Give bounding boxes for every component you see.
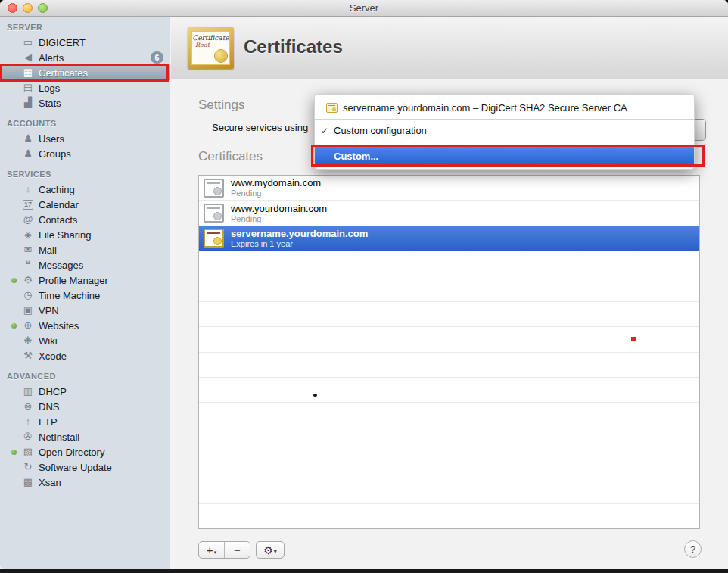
certificate-mini-icon xyxy=(204,179,224,198)
sidebar-section-label: SERVICES xyxy=(7,169,170,180)
sidebar-item-label: DHCP xyxy=(39,386,67,397)
globe-icon: ⊕ xyxy=(21,319,35,332)
sidebar: SERVER▭DIGICERT◀Alerts6▦Certificates▤Log… xyxy=(0,17,170,569)
sidebar-item-users[interactable]: ♟Users xyxy=(0,131,170,146)
sidebar-item-wiki[interactable]: ❋Wiki xyxy=(0,333,170,348)
sidebar-item-logs[interactable]: ▤Logs xyxy=(0,80,170,95)
sidebar-item-label: Mail xyxy=(39,244,57,256)
sidebar-item-xsan[interactable]: ▩Xsan xyxy=(0,475,170,490)
sidebar-item-open-directory[interactable]: ▧Open Directory xyxy=(0,444,170,459)
sidebar-item-certificates[interactable]: ▦Certificates xyxy=(0,65,170,80)
empty-row xyxy=(199,378,699,403)
certificate-status: Pending xyxy=(231,214,327,224)
empty-row xyxy=(199,403,699,428)
menu-item-servername-yourdomain-com-digicert-sha2-secure-server-ca[interactable]: servername.yourdomain.com – DigiCert SHA… xyxy=(315,96,694,119)
sidebar-item-label: Contacts xyxy=(39,214,77,226)
netinstall-icon: ✇ xyxy=(21,430,35,444)
page-title: Certificates xyxy=(244,36,343,58)
certificate-row-servername-yourdomain-com[interactable]: servername.yourdomain.comExpires in 1 ye… xyxy=(199,226,699,251)
certificate-icon: ▦ xyxy=(21,66,35,79)
secure-services-popup-button[interactable] xyxy=(693,119,706,141)
certificate-mini-icon xyxy=(204,229,224,248)
sidebar-section-server: SERVER▭DIGICERT◀Alerts6▦Certificates▤Log… xyxy=(0,22,170,111)
service-running-dot xyxy=(11,450,17,455)
download-box-icon: ↓ xyxy=(21,182,35,196)
sidebar-item-stats[interactable]: ▟Stats xyxy=(0,95,170,111)
help-button[interactable]: ? xyxy=(684,540,702,558)
sidebar-item-xcode[interactable]: ⚒Xcode xyxy=(0,348,170,363)
certificate-row-www-mydomain-com[interactable]: www.mydomain.comPending xyxy=(199,176,699,201)
black-marker-dot xyxy=(313,394,317,397)
sidebar-item-label: Wiki xyxy=(39,335,58,347)
sidebar-item-label: Time Machine xyxy=(39,290,100,301)
calendar-icon: 17 xyxy=(23,200,33,210)
sidebar-item-dhcp[interactable]: ▥DHCP xyxy=(0,384,170,399)
sidebar-item-alerts[interactable]: ◀Alerts6 xyxy=(0,50,170,65)
sidebar-section-accounts: ACCOUNTS♟Users♟Groups xyxy=(0,118,170,161)
sidebar-item-caching[interactable]: ↓Caching xyxy=(0,182,170,197)
sidebar-item-profile-manager[interactable]: ⚙Profile Manager xyxy=(0,272,170,288)
sidebar-item-groups[interactable]: ♟Groups xyxy=(0,146,170,161)
menu-item-custom-configuration[interactable]: ✓Custom configuration xyxy=(315,120,694,142)
sidebar-item-file-sharing[interactable]: ◈File Sharing xyxy=(0,227,170,242)
chat-bubble-icon: ❝ xyxy=(21,258,35,272)
folder-share-icon: ◈ xyxy=(21,228,35,241)
empty-row xyxy=(199,504,699,529)
menu-item-custom[interactable]: Custom... xyxy=(315,147,694,165)
sidebar-item-netinstall[interactable]: ✇NetInstall xyxy=(0,429,170,444)
sidebar-item-websites[interactable]: ⊕Websites xyxy=(0,318,170,333)
sidebar-item-label: FTP xyxy=(39,416,58,428)
certificate-name: servername.yourdomain.com xyxy=(231,228,368,239)
sidebar-item-label: Alerts xyxy=(39,52,64,64)
sidebar-item-dns[interactable]: ⊗DNS xyxy=(0,399,170,414)
sidebar-item-label: Open Directory xyxy=(39,447,104,458)
sidebar-item-calendar[interactable]: 17Calendar xyxy=(0,197,170,212)
sidebar-item-contacts[interactable]: @Contacts xyxy=(0,212,170,227)
group-icon: ♟ xyxy=(21,147,35,160)
certificate-name: www.mydomain.com xyxy=(231,177,321,188)
titlebar: Server xyxy=(0,0,728,17)
certificate-row-www-yourdomain-com[interactable]: www.yourdomain.comPending xyxy=(199,201,699,226)
empty-row xyxy=(199,251,699,276)
sidebar-item-digicert[interactable]: ▭DIGICERT xyxy=(0,35,170,50)
window-title: Server xyxy=(0,2,728,14)
sidebar-item-software-update[interactable]: ↻Software Update xyxy=(0,459,170,475)
punch-card-icon: ▥ xyxy=(21,385,35,398)
sidebar-item-label: Certificates xyxy=(39,67,88,79)
add-certificate-button[interactable]: +▾ xyxy=(199,542,224,558)
sidebar-item-label: Messages xyxy=(39,260,83,271)
sidebar-item-label: Profile Manager xyxy=(39,275,108,286)
sidebar-item-label: Logs xyxy=(39,83,60,94)
chevron-down-icon: ▾ xyxy=(274,548,277,555)
dns-icon: ⊗ xyxy=(21,400,35,413)
sidebar-item-mail[interactable]: ✉Mail xyxy=(0,242,170,257)
main-header: Certificate Root Certificates xyxy=(171,17,728,79)
sidebar-item-ftp[interactable]: ↑FTP xyxy=(0,414,170,429)
lock-icon: ▣ xyxy=(21,304,35,317)
empty-row xyxy=(199,478,699,503)
sidebar-item-messages[interactable]: ❝Messages xyxy=(0,257,170,272)
hammer-icon: ⚒ xyxy=(21,349,35,363)
add-remove-segment: +▾ − xyxy=(198,541,250,559)
sidebar-item-label: File Sharing xyxy=(39,229,91,241)
sidebar-item-label: Users xyxy=(39,133,64,145)
alerts-badge: 6 xyxy=(151,51,163,64)
empty-row xyxy=(199,302,699,327)
certificate-status: Pending xyxy=(231,188,321,198)
sidebar-item-time-machine[interactable]: ◷Time Machine xyxy=(0,288,170,303)
sidebar-item-label: Caching xyxy=(39,184,75,195)
certificate-text: www.mydomain.comPending xyxy=(231,177,321,198)
certificate-icon-root: Root xyxy=(195,42,229,48)
red-marker-dot xyxy=(631,337,636,341)
sidebar-item-label: NetInstall xyxy=(39,431,79,443)
chevron-down-icon: ▾ xyxy=(214,550,217,556)
sidebar-item-vpn[interactable]: ▣VPN xyxy=(0,303,170,318)
mail-stamp-icon: ✉ xyxy=(21,243,35,257)
service-running-dot xyxy=(11,278,17,283)
remove-certificate-button[interactable]: − xyxy=(224,542,250,558)
sidebar-item-label: Calendar xyxy=(39,199,79,210)
empty-row xyxy=(199,428,699,453)
action-gear-button[interactable]: ⚙▾ xyxy=(256,541,285,559)
sidebar-section-label: SERVER xyxy=(7,22,170,33)
gear-icon: ⚙ xyxy=(263,544,273,556)
